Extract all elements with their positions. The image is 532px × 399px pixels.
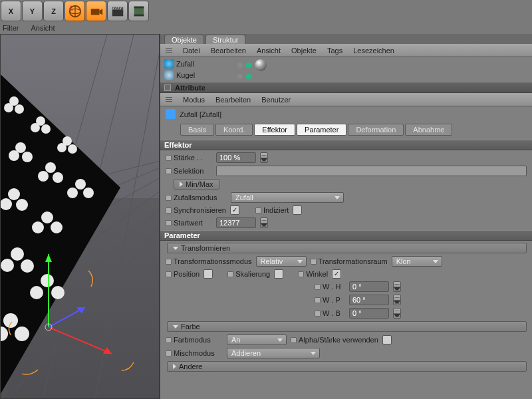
effector-icon — [166, 109, 176, 119]
enable-dot-icon[interactable] — [246, 74, 251, 79]
axis-z-button[interactable]: Z — [43, 1, 64, 21]
attribute-panel-title: Attribute — [160, 82, 532, 93]
camera-icon — [89, 4, 104, 19]
menu-objekte[interactable]: Objekte — [291, 47, 317, 55]
farbmodus-label: Farbmodus — [166, 336, 223, 344]
material-tag-icon[interactable] — [255, 59, 267, 71]
section-effektor: Effektor — [160, 140, 532, 150]
startwert-field[interactable]: 12377 — [216, 217, 256, 228]
grip-icon — [166, 97, 172, 102]
manager-tabs: Objekte Struktur — [160, 34, 532, 44]
svg-point-51 — [41, 274, 54, 287]
alpha-checkbox[interactable] — [382, 335, 392, 344]
indiziert-checkbox[interactable] — [293, 205, 302, 215]
svg-point-54 — [3, 313, 18, 328]
position-label: Position — [166, 270, 200, 278]
enable-dot-icon[interactable] — [246, 63, 251, 68]
wh-spinner[interactable] — [393, 281, 401, 292]
minmax-group[interactable]: Min/Max — [174, 179, 219, 190]
tab-objekte[interactable]: Objekte — [164, 35, 204, 44]
svg-marker-4 — [99, 9, 102, 15]
skalierung-label: Skalierung — [227, 270, 270, 278]
menu-modus[interactable]: Modus — [183, 96, 205, 104]
zufallsmodus-label: Zufallsmodus — [166, 194, 227, 201]
staerke-spinner[interactable] — [260, 152, 268, 163]
svg-point-28 — [31, 123, 40, 132]
zufallsmodus-combo[interactable]: Zufall — [231, 192, 344, 203]
synchronisieren-checkbox[interactable] — [230, 205, 239, 215]
camera-button[interactable] — [86, 1, 106, 21]
farbe-group[interactable]: Farbe — [167, 321, 527, 332]
menu-lesezeichen[interactable]: Lesezeichen — [353, 47, 394, 55]
andere-group[interactable]: Andere — [167, 361, 527, 372]
svg-point-38 — [53, 172, 63, 183]
menu-bearbeiten[interactable]: Bearbeiten — [211, 47, 246, 55]
attribute-mode-tabs: Basis Koord. Effektor Parameter Deformat… — [160, 122, 532, 140]
world-toggle-button[interactable] — [65, 1, 85, 21]
menu-bearbeiten2[interactable]: Bearbeiten — [215, 96, 251, 104]
selektion-label: Selektion — [166, 167, 212, 175]
layer-dot-icon[interactable] — [237, 63, 243, 68]
3d-viewport[interactable] — [0, 34, 160, 399]
menu-ansicht[interactable]: Ansicht — [257, 47, 281, 55]
film-button[interactable] — [128, 1, 149, 21]
svg-rect-3 — [90, 9, 99, 15]
attribute-object-name: Zufall [Zufall] — [180, 110, 221, 118]
transraum-label: Transformationsraum — [311, 257, 388, 265]
svg-point-35 — [22, 152, 33, 162]
svg-point-42 — [8, 188, 20, 200]
transraum-combo[interactable]: Klon — [392, 256, 442, 267]
tab-deformation[interactable]: Deformation — [348, 124, 404, 136]
wh-label: W . H — [315, 283, 345, 291]
startwert-spinner[interactable] — [260, 217, 268, 228]
axis-x-button[interactable]: X — [1, 1, 21, 21]
position-checkbox[interactable] — [203, 269, 213, 279]
axis-y-button[interactable]: Y — [22, 1, 43, 21]
staerke-field[interactable]: 100 % — [216, 152, 256, 163]
wp-field[interactable]: 60 ° — [349, 295, 389, 305]
clapper-button[interactable] — [107, 1, 128, 21]
alpha-label: Alpha/Stärke verwenden — [291, 336, 378, 344]
winkel-checkbox[interactable] — [332, 269, 341, 279]
menu-tags[interactable]: Tags — [327, 47, 342, 55]
wb-field[interactable]: 0 ° — [349, 308, 389, 319]
menu-datei[interactable]: Datei — [183, 47, 200, 55]
tree-item-zufall[interactable]: Zufall — [164, 59, 229, 68]
tab-struktur[interactable]: Struktur — [205, 35, 246, 44]
attribute-object-header: Zufall [Zufall] — [160, 106, 532, 122]
tab-parameter[interactable]: Parameter — [297, 124, 346, 136]
wb-spinner[interactable] — [393, 308, 401, 319]
sphere-icon — [164, 70, 174, 80]
menu-benutzer[interactable]: Benutzer — [261, 96, 291, 104]
svg-line-59 — [49, 327, 112, 354]
selektion-field[interactable] — [216, 166, 527, 176]
farbmodus-combo[interactable]: An — [227, 334, 287, 345]
transmodus-label: Transformationssmodus — [166, 257, 252, 265]
svg-point-37 — [38, 171, 49, 182]
mischmodus-combo[interactable]: Addieren — [227, 348, 320, 358]
effector-icon — [164, 59, 174, 68]
ansicht-menu[interactable]: Ansicht — [31, 24, 55, 32]
skalierung-checkbox[interactable] — [274, 269, 283, 279]
wh-field[interactable]: 0 ° — [349, 281, 389, 292]
transformieren-group[interactable]: Transformieren — [167, 243, 527, 253]
svg-rect-13 — [134, 14, 144, 16]
viewport-subtoolbar: Filter Ansicht — [0, 22, 532, 34]
transmodus-combo[interactable]: Relativ — [256, 256, 307, 267]
tree-item-kugel[interactable]: Kugel — [164, 70, 229, 80]
tab-basis[interactable]: Basis — [180, 124, 214, 136]
synchronisieren-label: Synchronisieren — [166, 206, 226, 214]
section-parameter: Parameter — [160, 230, 532, 241]
tab-koord[interactable]: Koord. — [215, 124, 253, 136]
tab-effektor[interactable]: Effektor — [254, 124, 295, 136]
svg-point-39 — [75, 179, 86, 190]
svg-point-47 — [51, 221, 63, 233]
svg-point-53 — [51, 286, 65, 299]
panel-toggle-icon[interactable] — [164, 84, 171, 91]
indiziert-label: Indiziert — [255, 206, 289, 214]
svg-point-41 — [83, 188, 94, 198]
layer-dot-icon[interactable] — [237, 74, 243, 79]
filter-menu[interactable]: Filter — [3, 24, 19, 32]
tab-abnahme[interactable]: Abnahme — [405, 124, 452, 136]
wp-spinner[interactable] — [393, 295, 401, 305]
